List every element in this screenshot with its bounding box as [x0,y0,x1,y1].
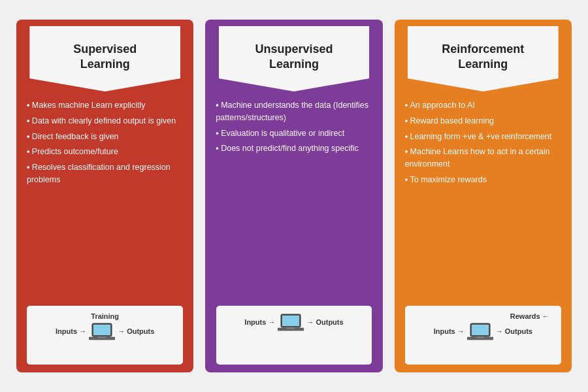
reinforcement-header: Reinforcement Learning [408,26,559,91]
unsupervised-diagram: Inputs → → Outputs [216,306,372,365]
reinforcement-title: Reinforcement Learning [442,42,524,73]
laptop-icon [467,321,493,341]
card-supervised: Supervised LearningMakes machine Learn e… [16,20,193,372]
supervised-diagram: TrainingInputs → → Outputs [27,306,183,365]
diagram-top-label: Training [91,312,119,320]
svg-rect-11 [476,336,484,338]
diagram-outputs: → Outputs [496,327,532,335]
diagram-outputs: → Outputs [118,327,154,335]
diagram-inputs: Inputs → [244,318,275,326]
supervised-title: Supervised Learning [73,42,137,73]
list-item: Makes machine Learn explicitly [27,99,183,112]
list-item: To maximize rewards [405,174,561,186]
diagram-inputs: Inputs → [434,327,465,335]
svg-rect-1 [93,325,110,335]
list-item: Resolves classification and regression p… [27,161,183,186]
list-item: Direct feedback is given [27,131,183,143]
card-reinforcement: Reinforcement LearningAn approach to AIR… [395,20,572,372]
supervised-header: Supervised Learning [29,26,180,91]
list-item: Predicts outcome/future [27,146,183,158]
unsupervised-title: Unsupervised Learning [255,42,333,73]
list-item: Data with clearly defined output is give… [27,115,183,127]
list-item: Machine Learns how to act in a certain e… [405,146,561,171]
main-container: Supervised LearningMakes machine Learn e… [0,7,588,385]
laptop-icon [89,321,115,341]
list-item: Evaluation is qualitative or indirect [216,127,372,140]
svg-rect-3 [98,336,106,338]
list-item: Does not predict/find anything specific [216,142,372,155]
list-item: Machine understands the data (Identifies… [216,99,372,124]
rewards-label: Rewards ← [510,312,549,320]
supervised-body: Makes machine Learn explicitlyData with … [16,91,193,306]
card-unsupervised: Unsupervised LearningMachine understands… [205,20,382,372]
svg-rect-9 [472,325,489,335]
unsupervised-header: Unsupervised Learning [219,26,370,91]
diagram-outputs: → Outputs [306,318,343,326]
reinforcement-body: An approach to AIReward based learningLe… [395,91,572,306]
unsupervised-body: Machine understands the data (Identifies… [205,91,382,306]
svg-rect-7 [287,327,295,329]
list-item: Learning form +ve & +ve reinforcement [405,131,561,143]
list-item: An approach to AI [405,99,561,112]
svg-rect-5 [282,316,299,326]
list-item: Reward based learning [405,115,561,127]
reinforcement-diagram: Rewards ←Inputs → → Outputs [405,306,561,365]
diagram-inputs: Inputs → [56,327,86,335]
laptop-icon [278,312,304,332]
